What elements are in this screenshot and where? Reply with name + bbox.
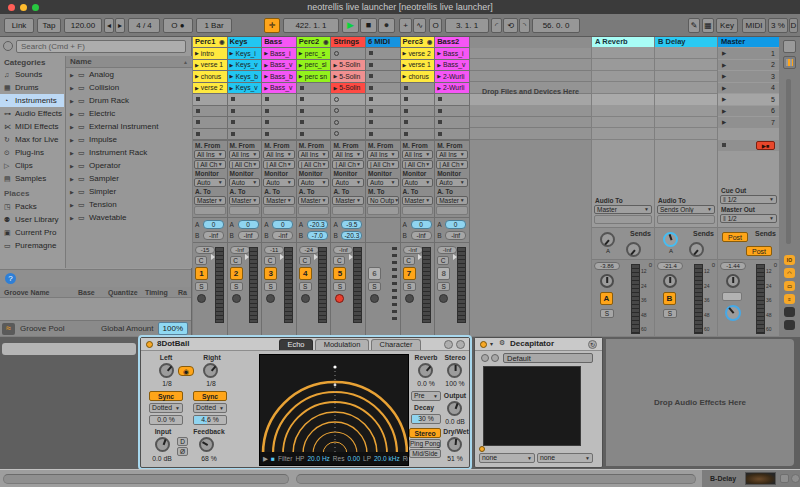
monitor-menu[interactable]: Auto▼ <box>402 178 434 187</box>
track-volume[interactable]: -Inf <box>437 246 457 254</box>
mixer-toggle-3[interactable]: ▭ <box>784 281 795 291</box>
empty-clip-slot[interactable] <box>401 94 435 105</box>
empty-clip-slot[interactable] <box>435 117 469 128</box>
empty-clip-slot[interactable] <box>435 129 469 140</box>
hot-swap-icon[interactable] <box>444 340 453 349</box>
clip-stop-icon[interactable] <box>196 120 200 124</box>
send-b-value[interactable]: -inf <box>203 231 224 240</box>
stereo-width-knob[interactable] <box>447 363 462 378</box>
expand-caret-icon[interactable]: ▶ <box>70 150 78 156</box>
loop-length-field[interactable]: 56. 0. 0 <box>532 18 580 33</box>
empty-clip-slot[interactable] <box>331 129 365 140</box>
track-volume[interactable]: -11 <box>264 246 284 254</box>
monitor-menu[interactable]: Auto▼ <box>298 178 330 187</box>
clip-play-icon[interactable]: ▶ <box>264 62 268 68</box>
track-activator[interactable]: 4 <box>299 267 312 280</box>
empty-clip-slot[interactable] <box>366 71 400 82</box>
track-header-perc3[interactable]: Perc3◉ <box>401 37 435 47</box>
send-b-value[interactable]: -inf <box>445 231 466 240</box>
expand-caret-icon[interactable]: ▶ <box>70 215 78 221</box>
track-activator[interactable]: 5 <box>333 267 346 280</box>
expand-caret-icon[interactable]: ▶ <box>70 189 78 195</box>
clip-stop-icon[interactable] <box>265 109 269 113</box>
clip-stop-icon[interactable] <box>300 97 304 101</box>
scene-play-icon[interactable]: ▶ <box>722 50 726 56</box>
sidebar-item-plug-ins[interactable]: ⊙Plug-ins <box>0 146 64 159</box>
empty-clip-slot[interactable] <box>262 129 296 140</box>
browser-item-collision[interactable]: ▶▭Collision <box>66 81 192 94</box>
status-square-icon[interactable] <box>780 474 789 483</box>
arm-button[interactable] <box>232 294 241 303</box>
sidebar-item-instruments[interactable]: ◔Instruments <box>0 94 64 107</box>
tab-echo[interactable]: Echo <box>279 339 313 350</box>
send-b-value[interactable]: -inf <box>411 231 432 240</box>
empty-clip-slot[interactable] <box>366 94 400 105</box>
stereo-link-button[interactable]: ◉ <box>178 366 194 376</box>
browser-item-external-instrument[interactable]: ▶▭External Instrument <box>66 120 192 133</box>
clip-5-solin[interactable]: ▶5-Solin <box>331 60 365 71</box>
record-button[interactable]: ● <box>378 18 395 33</box>
empty-clip-slot[interactable] <box>331 94 365 105</box>
left-offset-slider[interactable]: 0.0 % <box>149 415 183 425</box>
track-activator[interactable]: 8 <box>437 267 450 280</box>
clip-verse-2[interactable]: ▶verse 2 <box>401 48 435 59</box>
clip-bass-i[interactable]: ▶Bass_i <box>435 48 469 59</box>
monitor-menu[interactable]: Auto▼ <box>263 178 295 187</box>
track-header-keys[interactable]: Keys <box>228 37 262 47</box>
browser-item-analog[interactable]: ▶▭Analog <box>66 68 192 81</box>
empty-clip-slot[interactable] <box>331 106 365 117</box>
clip-stop-icon[interactable] <box>369 97 373 101</box>
browser-item-drum-rack[interactable]: ▶▭Drum Rack <box>66 94 192 107</box>
scene-row-2[interactable]: ▶2 <box>718 60 779 71</box>
tempo-field[interactable]: 120.00 <box>64 18 102 33</box>
clip-play-icon[interactable]: ▶ <box>437 62 441 68</box>
scene-row-3[interactable]: ▶3 <box>718 71 779 82</box>
clip-chorus[interactable]: ▶chorus <box>401 71 435 82</box>
clip-stop-icon[interactable] <box>265 132 269 136</box>
input-type-menu[interactable]: All Ins▼ <box>194 150 226 159</box>
clip-stop-icon[interactable] <box>300 86 304 90</box>
scene-play-icon[interactable]: ▶ <box>722 108 726 114</box>
track-activator[interactable]: 2 <box>230 267 243 280</box>
clip-stop-icon[interactable] <box>231 132 235 136</box>
track-activator[interactable]: 7 <box>403 267 416 280</box>
clip-stop-icon[interactable] <box>265 120 269 124</box>
scene-play-icon[interactable]: ▶ <box>722 119 726 125</box>
clip-stop-icon[interactable] <box>404 120 408 124</box>
nudge-down-button[interactable]: ◂ <box>104 18 114 33</box>
send-b-knob[interactable]: B <box>689 242 704 257</box>
input-type-menu[interactable]: All Ins▼ <box>229 150 261 159</box>
help-icon[interactable]: ? <box>5 273 16 284</box>
echo-tunnel-display[interactable]: ▶ ■ Filter HP 20.0 Hz Res 0.00 LP 20.0 k… <box>259 354 409 466</box>
clip-chorus[interactable]: ▶chorus <box>193 71 227 82</box>
browser-item-simpler[interactable]: ▶▭Simpler <box>66 185 192 198</box>
echo-device[interactable]: 8DotBall Echo Modulation Character Left … <box>140 337 470 468</box>
sidebar-item-drums[interactable]: ▦Drums <box>0 81 64 94</box>
reverb-knob[interactable] <box>418 363 433 378</box>
empty-clip-slot[interactable] <box>262 94 296 105</box>
nudge-up-button[interactable]: ▸ <box>115 18 125 33</box>
clip-stop-icon[interactable] <box>438 97 442 101</box>
send-b-value[interactable]: -7.0 <box>307 231 328 240</box>
track-header-strings[interactable]: Strings <box>331 37 365 47</box>
fader-grip[interactable] <box>418 254 422 260</box>
link-button[interactable]: Link <box>4 18 34 33</box>
clip-stop-icon[interactable] <box>300 109 304 113</box>
send-b-value[interactable]: -inf <box>238 231 259 240</box>
quantization-menu[interactable]: 1 Bar <box>196 18 232 33</box>
clip-play-icon[interactable]: ▶ <box>403 73 407 79</box>
browser-item-tension[interactable]: ▶▭Tension <box>66 198 192 211</box>
filter-on-icon[interactable]: ■ <box>271 455 275 462</box>
right-delay-knob[interactable] <box>203 363 218 378</box>
send-b-pre-post-toggle[interactable]: Post <box>746 246 772 256</box>
follow-button[interactable]: ✛ <box>264 18 280 33</box>
solo-button[interactable]: S <box>403 282 416 291</box>
midi-map-button[interactable]: MIDI <box>742 18 766 33</box>
output-menu[interactable]: Master▼ <box>298 196 330 205</box>
clip-intro[interactable]: ▶intro <box>193 48 227 59</box>
scene-row-6[interactable]: ▶6 <box>718 106 779 117</box>
clip-play-icon[interactable]: ▶ <box>333 62 337 68</box>
input-channel-menu[interactable]: | All Ch▼ <box>194 160 226 169</box>
clip-2-wurli[interactable]: ▶2-Wurli <box>435 83 469 94</box>
clip-stop-icon[interactable] <box>334 131 339 136</box>
